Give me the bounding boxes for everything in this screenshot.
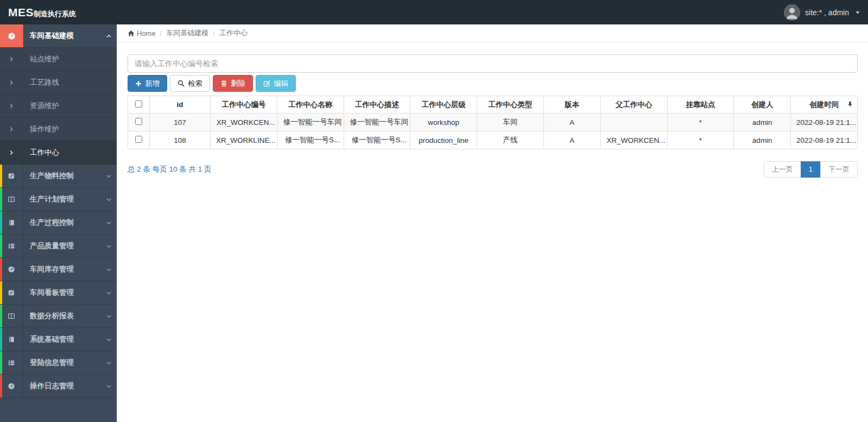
page-1-button[interactable]: 1 (801, 161, 821, 178)
stripe (0, 281, 2, 304)
chevron-right-icon (0, 48, 23, 71)
sidebar-item-label: 资源维护 (23, 101, 117, 111)
pagination-bar: 总 2 条 每页 10 条 共 1 页 上一页 1 下一页 (128, 161, 858, 178)
column-header-type: 工作中心类型 (477, 96, 544, 114)
table-row[interactable]: 107 XR_WORKCEN... 修一智能一号车间 修一智能一号车间 work… (128, 114, 858, 131)
chevron-right-icon (0, 141, 23, 164)
sidebar-item-work-center[interactable]: 工作中心 (0, 141, 117, 165)
edit-button[interactable]: 编辑 (256, 75, 296, 92)
cell-level: workshop (410, 114, 477, 131)
chevron-right-icon (0, 118, 23, 141)
user-avatar[interactable] (784, 4, 800, 21)
chevron-down-icon (100, 313, 117, 319)
prev-page-button[interactable]: 上一页 (764, 161, 801, 178)
sidebar-item-process-control[interactable]: 生产过程控制 (0, 211, 117, 235)
chevron-down-icon (100, 290, 117, 296)
sidebar-item-label: 工艺路线 (23, 78, 117, 87)
delete-button[interactable]: 删除 (213, 75, 253, 92)
caret-down-icon (855, 10, 860, 15)
next-page-button[interactable]: 下一页 (820, 161, 858, 178)
sidebar-item-label: 车间看板管理 (23, 288, 100, 298)
breadcrumb-section[interactable]: 车间基础建模 (166, 28, 208, 38)
user-label: site:* , admin (805, 8, 849, 17)
sidebar-item-system-management[interactable]: 系统基础管理 (0, 328, 117, 351)
dashboard-icon (0, 375, 23, 398)
stripe (0, 258, 2, 281)
cell-station: * (667, 131, 734, 149)
cell-id: 108 (150, 131, 211, 149)
cell-parent (600, 114, 667, 131)
search-input[interactable] (128, 54, 858, 73)
sidebar-item-label: 操作日志管理 (23, 381, 100, 391)
column-header-name: 工作中心名称 (277, 96, 344, 114)
breadcrumb-current-page: 工作中心 (219, 28, 248, 38)
column-header-id: id (150, 96, 211, 114)
chevron-down-icon (100, 337, 117, 343)
chevron-down-icon (100, 197, 117, 203)
sidebar-item-operation-log-management[interactable]: 操作日志管理 (0, 375, 117, 398)
sidebar-item-data-reports[interactable]: 数据分析报表 (0, 305, 117, 328)
add-button[interactable]: 新增 (128, 75, 167, 92)
app-logo: MES制造执行系统 (0, 6, 117, 19)
row-select-checkbox[interactable] (135, 118, 142, 125)
column-header-desc: 工作中心描述 (344, 96, 410, 114)
table-header-row: id 工作中心编号 工作中心名称 工作中心描述 工作中心层级 工作中心类型 版本… (128, 96, 858, 114)
column-header-parent: 父工作中心 (600, 96, 667, 114)
cell-version: A (543, 114, 600, 131)
chevron-right-icon (0, 71, 23, 94)
cell-id: 107 (150, 114, 211, 131)
cell-name: 修一智能一号车间 (277, 114, 344, 131)
sidebar-item-inventory-management[interactable]: 车间库存管理 (0, 258, 117, 281)
cell-desc: 修一智能一号车间 (344, 114, 410, 131)
cell-type: 产线 (477, 131, 544, 149)
column-header-station: 挂靠站点 (667, 96, 734, 114)
cell-code: XR_WORKCEN... (211, 114, 277, 131)
select-all-checkbox[interactable] (135, 100, 142, 108)
cell-code: XR_WORKLINE... (211, 131, 277, 149)
sidebar-item-label: 系统基础管理 (23, 335, 100, 344)
sidebar-item-material-control[interactable]: 生产物料控制 (0, 165, 117, 188)
pin-icon[interactable] (847, 101, 853, 108)
stripe (0, 235, 2, 257)
plus-icon (135, 80, 142, 87)
sidebar-item-quality-management[interactable]: 产品质量管理 (0, 235, 117, 258)
sidebar-item-operation-maintenance[interactable]: 操作维护 (0, 118, 117, 141)
sidebar-item-label: 站点维护 (23, 54, 117, 64)
sidebar-item-label: 数据分析报表 (23, 311, 100, 321)
cell-creator: admin (734, 114, 791, 131)
cell-creator: admin (734, 131, 791, 149)
table-row[interactable]: 108 XR_WORKLINE... 修一智能一号S... 修一智能一号S...… (128, 131, 858, 149)
search-button[interactable]: 检索 (170, 75, 210, 92)
sidebar-item-kanban-management[interactable]: 车间看板管理 (0, 281, 117, 305)
sidebar-item-plan-management[interactable]: 生产计划管理 (0, 188, 117, 211)
row-select-checkbox[interactable] (135, 136, 142, 143)
breadcrumb-home[interactable]: Home (128, 29, 156, 37)
edit-pencil-icon (263, 80, 270, 87)
user-menu[interactable]: site:* , admin (784, 4, 868, 21)
pagination-summary: 总 2 条 每页 10 条 共 1 页 (128, 165, 212, 174)
sidebar-item-label: 车间库存管理 (23, 264, 100, 274)
column-header-level: 工作中心层级 (410, 96, 477, 114)
stripe (0, 165, 2, 187)
chevron-down-icon (100, 173, 117, 179)
sidebar-item-site-maintenance[interactable]: 站点维护 (0, 48, 117, 71)
sidebar-item-label: 工作中心 (23, 148, 117, 158)
dashboard-icon (0, 24, 23, 47)
row-select-cell (128, 114, 150, 131)
column-header-code: 工作中心编号 (211, 96, 277, 114)
sidebar-item-workshop-modeling[interactable]: 车间基础建模 (0, 24, 117, 48)
chevron-up-icon (100, 33, 117, 39)
sidebar-item-label: 生产物料控制 (23, 171, 100, 181)
breadcrumb: Home / 车间基础建模 / 工作中心 (117, 24, 868, 42)
chevron-down-icon (100, 267, 117, 273)
toolbar: 新增 检索 删除 编辑 (128, 75, 858, 92)
logo-text-secondary: 制造执行系统 (34, 9, 76, 19)
sidebar-item-label: 登陆信息管理 (23, 358, 100, 368)
sidebar-item-login-info-management[interactable]: 登陆信息管理 (0, 351, 117, 375)
sidebar-item-resource-maintenance[interactable]: 资源维护 (0, 95, 117, 118)
cell-type: 车间 (477, 114, 544, 131)
main-content: Home / 车间基础建模 / 工作中心 新增 检索 删除 编辑 (117, 24, 868, 422)
select-all-cell (128, 96, 150, 114)
sidebar-item-process-route[interactable]: 工艺路线 (0, 71, 117, 95)
row-select-cell (128, 131, 150, 149)
